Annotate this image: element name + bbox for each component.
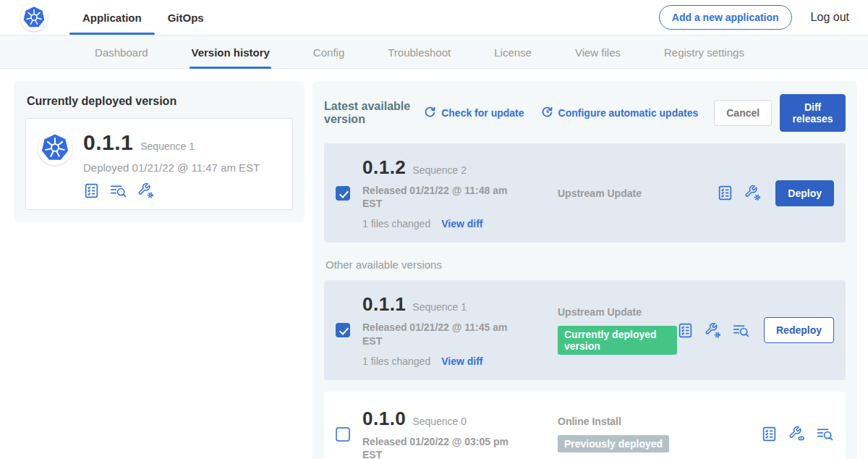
released-timestamp: Released 01/21/22 @ 11:48 am EST xyxy=(362,184,511,210)
files-changed: 1 files changed xyxy=(362,355,430,367)
version-sequence: Sequence 2 xyxy=(412,164,467,176)
top-nav-tabs: Application GitOps xyxy=(69,0,217,35)
deploy-logs-icon[interactable] xyxy=(732,322,750,339)
currently-deployed-badge: Currently deployed version xyxy=(558,326,677,355)
view-diff-link[interactable]: View diff xyxy=(441,218,482,230)
view-diff-link[interactable]: View diff xyxy=(441,355,482,367)
version-checkbox[interactable] xyxy=(336,427,350,442)
released-timestamp: Released 01/20/22 @ 03:05 pm EST xyxy=(362,435,511,459)
tab-gitops[interactable]: GitOps xyxy=(155,0,217,35)
config-view-icon[interactable] xyxy=(788,426,806,442)
files-changed: 1 files changed xyxy=(362,218,430,230)
version-number: 0.1.0 xyxy=(362,408,406,430)
version-row-0-1-0: 0.1.0 Sequence 0 Released 01/20/22 @ 03:… xyxy=(324,392,846,459)
preflight-checklist-icon[interactable] xyxy=(761,426,778,442)
auto-update-clock-icon xyxy=(540,105,554,121)
other-versions-title: Other available versions xyxy=(326,258,844,271)
tab-config[interactable]: Config xyxy=(313,35,344,69)
version-row-0-1-2: 0.1.2 Sequence 2 Released 01/21/22 @ 11:… xyxy=(324,143,846,243)
deploy-logs-icon[interactable] xyxy=(109,182,127,199)
deployed-sequence: Sequence 1 xyxy=(140,140,195,152)
version-checkbox[interactable] xyxy=(336,323,350,337)
version-source: Upstream Update xyxy=(558,306,677,318)
deployed-version-card: 0.1.1 Sequence 1 Deployed 01/21/22 @ 11:… xyxy=(25,118,293,210)
configure-auto-updates-link[interactable]: Configure automatic updates xyxy=(540,105,699,121)
config-gear-icon[interactable] xyxy=(704,322,722,339)
version-sequence: Sequence 1 xyxy=(412,301,467,313)
preflight-checklist-icon[interactable] xyxy=(83,182,100,199)
latest-available-title: Latest available version xyxy=(324,100,413,126)
kubernetes-logo-icon xyxy=(20,4,48,31)
currently-deployed-title: Currently deployed version xyxy=(27,95,293,108)
tab-dashboard[interactable]: Dashboard xyxy=(95,35,148,69)
deployed-version-number: 0.1.1 xyxy=(83,130,133,155)
tab-troubleshoot[interactable]: Troubleshoot xyxy=(388,35,451,69)
deploy-logs-icon[interactable] xyxy=(816,426,834,442)
config-gear-icon[interactable] xyxy=(744,185,762,201)
sub-nav: Dashboard Version history Config Trouble… xyxy=(0,35,868,69)
version-number: 0.1.2 xyxy=(362,156,406,179)
currently-deployed-panel: Currently deployed version xyxy=(14,81,305,222)
top-nav: Application GitOps Add a new application… xyxy=(0,0,868,35)
tab-application[interactable]: Application xyxy=(69,0,155,35)
version-checkbox[interactable] xyxy=(336,186,350,201)
kubernetes-app-icon xyxy=(38,130,72,165)
diff-releases-button[interactable]: Diff releases xyxy=(780,94,846,132)
check-for-update-link[interactable]: Check for update xyxy=(423,105,524,121)
previously-deployed-badge: Previously deployed xyxy=(558,435,669,452)
preflight-checklist-icon[interactable] xyxy=(677,322,694,339)
released-timestamp: Released 01/21/22 @ 11:45 am EST xyxy=(362,321,511,347)
version-number: 0.1.1 xyxy=(362,293,406,316)
tab-license[interactable]: License xyxy=(494,35,532,69)
redeploy-button[interactable]: Redeploy xyxy=(764,317,834,343)
tab-view-files[interactable]: View files xyxy=(575,35,621,69)
version-source: Online Install xyxy=(558,416,761,427)
available-versions-panel: Latest available version Check for updat… xyxy=(312,81,857,459)
tab-registry-settings[interactable]: Registry settings xyxy=(664,35,744,69)
add-application-button[interactable]: Add a new application xyxy=(659,5,792,30)
tab-version-history[interactable]: Version history xyxy=(191,35,269,69)
preflight-checklist-icon[interactable] xyxy=(717,185,733,201)
version-source: Upstream Update xyxy=(558,188,717,199)
deploy-button[interactable]: Deploy xyxy=(775,180,834,206)
version-sequence: Sequence 0 xyxy=(412,416,467,427)
config-gear-icon[interactable] xyxy=(137,182,155,199)
refresh-icon xyxy=(423,105,437,121)
cancel-button[interactable]: Cancel xyxy=(714,100,772,126)
deployed-timestamp: Deployed 01/21/22 @ 11:47 am EST xyxy=(83,161,260,174)
version-row-0-1-1: 0.1.1 Sequence 1 Released 01/21/22 @ 11:… xyxy=(324,280,846,379)
logout-link[interactable]: Log out xyxy=(811,11,849,24)
